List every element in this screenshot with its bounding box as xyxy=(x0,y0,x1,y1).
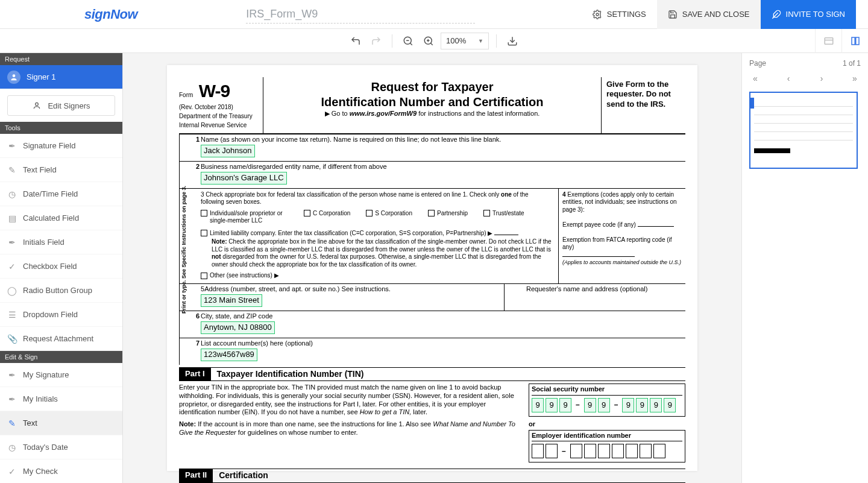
goto-prefix: ▶ Go to xyxy=(325,110,350,117)
ssn-box: Social security number 9 9 9 – 9 9 – 9 9… xyxy=(529,384,685,417)
top-bar: signNow IRS_Form_W9 SETTINGS SAVE AND CL… xyxy=(0,0,868,29)
tool-checkbox-field[interactable]: ✓Checkbox Field xyxy=(0,254,122,279)
next-page-button[interactable]: › xyxy=(816,74,828,83)
chk-trust[interactable]: Trust/estate xyxy=(483,210,524,225)
undo-button[interactable] xyxy=(347,33,364,49)
tool-label: My Initials xyxy=(23,394,58,403)
document-canvas[interactable]: Form W-9 (Rev. October 2018) Department … xyxy=(123,53,741,483)
ssn-digit[interactable]: 9 xyxy=(532,398,544,412)
zoom-out-button[interactable] xyxy=(400,33,417,49)
form-header-center: Request for Taxpayer Identification Numb… xyxy=(263,77,601,133)
tool-my-signature[interactable]: ✒My Signature xyxy=(0,363,122,387)
row2-label: Business name/disregarded entity name, i… xyxy=(201,163,387,170)
address-input[interactable]: 123 Main Street xyxy=(201,294,262,306)
ssn-digit[interactable]: 9 xyxy=(584,398,596,412)
chk-other[interactable]: Other (see instructions) ▶ xyxy=(201,272,553,280)
tool-calculated-field[interactable]: ▤Calculated Field xyxy=(0,206,122,230)
edit-signers-label: Edit Signers xyxy=(48,101,90,110)
redo-button[interactable] xyxy=(368,33,385,49)
document-page[interactable]: Form W-9 (Rev. October 2018) Department … xyxy=(167,65,697,471)
form-view-button[interactable] xyxy=(815,29,841,53)
prev-page-button[interactable]: ‹ xyxy=(782,74,794,83)
first-page-button[interactable]: « xyxy=(749,74,761,83)
tool-my-initials[interactable]: ✒My Initials xyxy=(0,387,122,411)
tool-text[interactable]: ✎Text xyxy=(0,411,122,435)
invite-to-sign-button[interactable]: INVITE TO SIGN xyxy=(761,0,856,29)
pen-icon: ✒ xyxy=(7,141,17,151)
tool-label: Signature Field xyxy=(23,141,75,150)
page-thumbnail[interactable]: 1 xyxy=(749,92,858,169)
tool-signature-field[interactable]: ✒Signature Field xyxy=(0,134,122,158)
ein-digit[interactable] xyxy=(570,444,582,458)
chk-individual[interactable]: Individual/sole proprietor or single-mem… xyxy=(201,210,288,225)
document-title-input[interactable]: IRS_Form_W9 xyxy=(246,5,475,24)
tool-request-attachment[interactable]: 📎Request Attachment xyxy=(0,327,122,351)
chk-label: Partnership xyxy=(437,210,468,216)
save-icon xyxy=(668,10,678,19)
ssn-digit[interactable]: 9 xyxy=(546,398,558,412)
tool-label: Date/Time Field xyxy=(23,189,78,198)
svg-rect-10 xyxy=(825,38,833,45)
form-title-2: Identification Number and Certification xyxy=(269,95,595,110)
check-icon: ✓ xyxy=(7,262,17,271)
ssn-digit[interactable]: 9 xyxy=(598,398,610,412)
thumbnails-button[interactable] xyxy=(841,29,868,53)
account-numbers-input[interactable]: 123w4567w89 xyxy=(201,349,257,361)
row6-label: City, state, and ZIP code xyxy=(201,312,272,320)
tool-my-check[interactable]: ✓My Check xyxy=(0,459,122,483)
separator xyxy=(392,34,392,48)
ein-digit[interactable] xyxy=(640,444,652,458)
signer-row[interactable]: Signer 1 xyxy=(0,65,122,89)
ein-digit[interactable] xyxy=(626,444,638,458)
download-button[interactable] xyxy=(504,33,521,49)
dropdown-icon: ☰ xyxy=(7,310,17,320)
tool-radio-group[interactable]: ◯Radio Button Group xyxy=(0,279,122,303)
form-word: Form xyxy=(179,92,193,98)
brand-logo: signNow xyxy=(84,7,137,22)
box4-foot: (Applies to accounts maintained outside … xyxy=(562,259,681,265)
ssn-digit[interactable]: 9 xyxy=(636,398,648,412)
gear-icon xyxy=(593,10,602,19)
ein-box: Employer identification number – xyxy=(529,430,685,463)
form-title-1: Request for Taxpayer xyxy=(269,80,595,95)
business-name-input[interactable]: Johnson's Garage LLC xyxy=(201,172,287,184)
chk-ccorp[interactable]: C Corporation xyxy=(304,210,350,225)
ein-digit[interactable] xyxy=(653,444,665,458)
ssn-digit[interactable]: 9 xyxy=(664,398,676,412)
tool-todays-date[interactable]: ◷Today's Date xyxy=(0,435,122,459)
last-page-button[interactable]: » xyxy=(849,74,861,83)
ein-digit[interactable] xyxy=(612,444,624,458)
row5-label: Address (number, street, and apt. or sui… xyxy=(204,285,391,292)
ssn-digit[interactable]: 9 xyxy=(622,398,634,412)
tool-dropdown-field[interactable]: ☰Dropdown Field xyxy=(0,303,122,327)
tool-label: My Check xyxy=(23,467,58,476)
ssn-digit[interactable]: 9 xyxy=(559,398,571,412)
signer-label: Signer 1 xyxy=(27,72,55,81)
city-state-zip-input[interactable]: Anytown, NJ 08800 xyxy=(201,321,275,333)
initials-icon: ✒ xyxy=(7,394,17,404)
save-and-close-button[interactable]: SAVE AND CLOSE xyxy=(657,0,761,29)
chk-label: S Corporation xyxy=(375,210,412,216)
tool-initials-field[interactable]: ✒Initials Field xyxy=(0,230,122,254)
zoom-in-button[interactable] xyxy=(420,33,437,49)
ein-digits[interactable]: – xyxy=(532,444,682,458)
name-input[interactable]: Jack Johnson xyxy=(201,145,255,157)
settings-button[interactable]: SETTINGS xyxy=(582,0,657,29)
zoom-select[interactable]: 100%▼ xyxy=(441,33,489,49)
ssn-digits[interactable]: 9 9 9 – 9 9 – 9 9 9 9 xyxy=(532,398,682,412)
ein-digit[interactable] xyxy=(598,444,610,458)
ssn-digit[interactable]: 9 xyxy=(650,398,662,412)
or-text: or xyxy=(529,420,685,429)
chk-label: Other (see instructions) ▶ xyxy=(210,272,279,279)
ein-digit[interactable] xyxy=(584,444,596,458)
chk-llc[interactable]: Limited liability company. Enter the tax… xyxy=(201,230,553,238)
form-row-2: 2Business name/disregarded entity name, … xyxy=(179,162,685,189)
ein-digit[interactable] xyxy=(532,444,544,458)
ein-digit[interactable] xyxy=(546,444,558,458)
tool-date-field[interactable]: ◷Date/Time Field xyxy=(0,182,122,206)
edit-signers-button[interactable]: Edit Signers xyxy=(7,95,115,116)
chk-scorp[interactable]: S Corporation xyxy=(366,210,412,225)
chk-partnership[interactable]: Partnership xyxy=(428,210,468,225)
tools-header: Tools xyxy=(0,122,122,134)
tool-text-field[interactable]: ✎Text Field xyxy=(0,158,122,182)
